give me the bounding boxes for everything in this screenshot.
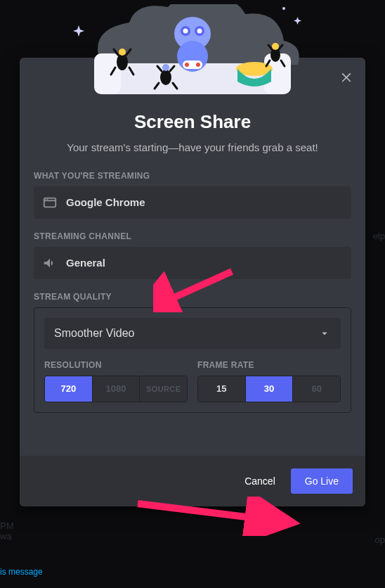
channel-section-label: STREAMING CHANNEL xyxy=(34,231,351,241)
streaming-app-name: Google Chrome xyxy=(66,196,145,208)
framerate-option-30[interactable]: 30 xyxy=(246,376,294,402)
svg-point-7 xyxy=(181,26,190,36)
streaming-channel-row[interactable]: General xyxy=(34,247,351,279)
svg-point-22 xyxy=(46,198,46,199)
streaming-app-row[interactable]: Google Chrome xyxy=(34,186,351,219)
cancel-button[interactable]: Cancel xyxy=(235,468,285,494)
svg-point-0 xyxy=(282,7,285,10)
svg-point-17 xyxy=(119,49,126,56)
go-live-button[interactable]: Go Live xyxy=(291,468,353,494)
chevron-down-icon xyxy=(318,327,331,340)
close-icon xyxy=(339,70,353,84)
quality-section-label: STREAM QUALITY xyxy=(34,292,351,302)
svg-point-10 xyxy=(197,29,202,34)
quality-box: Smoother Video RESOLUTION 720 1080 SOURC… xyxy=(34,307,351,413)
framerate-label: FRAME RATE xyxy=(197,360,341,370)
resolution-option-source[interactable]: SOURCE xyxy=(140,376,187,402)
framerate-option-60[interactable]: 60 xyxy=(293,376,340,402)
close-button[interactable] xyxy=(337,68,355,86)
svg-point-9 xyxy=(183,29,188,34)
quality-preset-select[interactable]: Smoother Video xyxy=(44,318,341,349)
backdrop-text: elp xyxy=(373,231,385,241)
backdrop-text: PMwa xyxy=(0,520,14,542)
framerate-segment: 15 30 60 xyxy=(197,376,341,402)
modal-subtitle: Your stream's starting—have your friends… xyxy=(58,140,327,155)
screen-share-modal: Screen Share Your stream's starting—have… xyxy=(20,58,365,506)
modal-footer: Cancel Go Live xyxy=(20,456,365,506)
window-icon xyxy=(42,195,58,210)
streaming-section-label: WHAT YOU'RE STREAMING xyxy=(34,171,351,181)
backdrop-text: op xyxy=(375,535,385,545)
backdrop-text: is message xyxy=(0,567,43,577)
resolution-label: RESOLUTION xyxy=(44,360,188,370)
resolution-segment: 720 1080 SOURCE xyxy=(44,376,188,402)
resolution-option-1080[interactable]: 1080 xyxy=(93,376,141,402)
svg-point-8 xyxy=(195,26,204,36)
streaming-channel-name: General xyxy=(66,257,105,269)
svg-point-19 xyxy=(272,43,279,50)
modal-title: Screen Share xyxy=(34,111,351,133)
speaker-icon xyxy=(42,255,58,271)
svg-point-23 xyxy=(47,198,48,199)
quality-preset-selected: Smoother Video xyxy=(54,327,134,340)
resolution-option-720[interactable]: 720 xyxy=(45,376,93,402)
framerate-option-15[interactable]: 15 xyxy=(198,376,246,402)
svg-point-5 xyxy=(174,17,211,51)
